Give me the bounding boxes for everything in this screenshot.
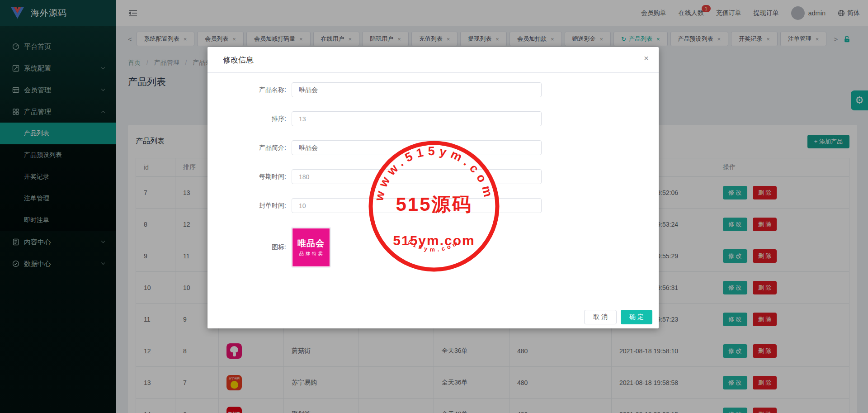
form-row: 产品简介: bbox=[208, 140, 659, 155]
form-rows: 产品名称: 排序: 产品简介: 每期时间: 封单时间: bbox=[208, 82, 659, 213]
vipshop-logo: 唯品会 品牌特卖 bbox=[292, 228, 330, 266]
icon-form-row: 图标: 唯品会 品牌特卖 bbox=[208, 227, 659, 267]
modal-header: 修改信息 × bbox=[208, 47, 659, 73]
field-label: 产品名称: bbox=[208, 86, 286, 94]
form-row: 产品名称: bbox=[208, 82, 659, 97]
field-label: 每期时间: bbox=[208, 173, 286, 181]
vipshop-logo-line1: 唯品会 bbox=[297, 237, 325, 249]
close-icon[interactable]: × bbox=[644, 54, 649, 62]
field-input[interactable] bbox=[292, 140, 542, 155]
field-input[interactable] bbox=[292, 82, 542, 97]
icon-upload-preview[interactable]: 唯品会 品牌特卖 bbox=[292, 227, 330, 267]
modal-footer: 取 消 确 定 bbox=[584, 310, 652, 324]
app-window: 海外源码 平台首页 系统配置 会员管理 bbox=[0, 0, 868, 413]
vipshop-logo-line2: 品牌特卖 bbox=[299, 251, 325, 257]
confirm-button[interactable]: 确 定 bbox=[621, 310, 652, 324]
modal-title: 修改信息 bbox=[223, 55, 254, 65]
field-input[interactable] bbox=[292, 111, 542, 126]
field-input[interactable] bbox=[292, 198, 542, 213]
field-input[interactable] bbox=[292, 169, 542, 184]
form-row: 每期时间: bbox=[208, 169, 659, 184]
cancel-button[interactable]: 取 消 bbox=[584, 310, 617, 324]
icon-field-label: 图标: bbox=[208, 243, 286, 252]
field-label: 产品简介: bbox=[208, 144, 286, 152]
modal-form: 产品名称: 排序: 产品简介: 每期时间: 封单时间: bbox=[208, 73, 659, 267]
field-label: 封单时间: bbox=[208, 202, 286, 210]
field-label: 排序: bbox=[208, 115, 286, 123]
edit-modal: 修改信息 × 产品名称: 排序: 产品简介: 每期时间: bbox=[208, 47, 659, 328]
form-row: 封单时间: bbox=[208, 198, 659, 213]
form-row: 排序: bbox=[208, 111, 659, 126]
